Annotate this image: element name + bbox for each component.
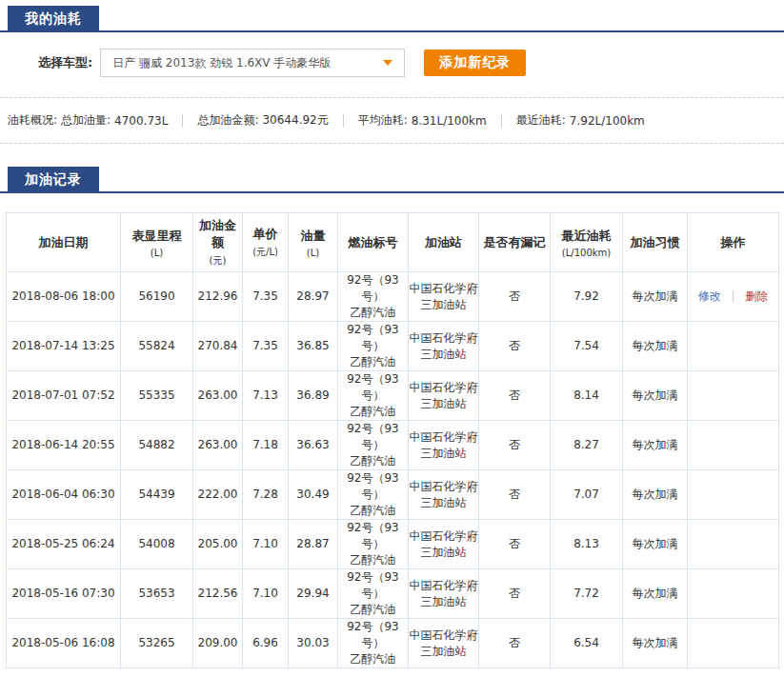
cell-fuel-grade: 92号（93号） 乙醇汽油 <box>338 520 409 569</box>
tab-my-fuel: 我的油耗 <box>8 6 99 30</box>
vehicle-select-row: 选择车型: 日产 骊威 2013款 劲锐 1.6XV 手动豪华版 添加新纪录 <box>38 49 784 77</box>
cell-volume: 36.85 <box>289 322 338 371</box>
delete-link[interactable]: 删除 <box>745 289 768 303</box>
cell-habit: 每次加满 <box>623 619 688 668</box>
cell-actions <box>688 470 779 520</box>
cell-volume: 28.97 <box>289 272 338 322</box>
fuel-grade-line1: 92号（93号） <box>338 520 408 552</box>
station-line2: 三加油站 <box>409 347 478 363</box>
summary-item-label: 总加油量: <box>61 112 111 129</box>
fuel-grade-line2: 乙醇汽油 <box>338 552 408 568</box>
summary-divider <box>182 114 183 128</box>
records-table-head-row: 加油日期 表显里程 (L) 加油金额 (元) 单价 (元/L) 油量 (L) 燃… <box>7 213 779 272</box>
vehicle-model-value: 日产 骊威 2013款 劲锐 1.6XV 手动豪华版 <box>112 55 331 71</box>
edit-link[interactable]: 修改 <box>698 289 721 303</box>
table-row: 2018-06-04 06:30 54439 222.00 7.28 30.49… <box>7 470 779 520</box>
fuel-grade-line2: 乙醇汽油 <box>338 354 408 370</box>
summary-item-value: 30644.92元 <box>262 112 328 129</box>
cell-price: 7.13 <box>243 371 289 421</box>
station-line1: 中国石化学府 <box>409 380 478 396</box>
cell-station: 中国石化学府 三加油站 <box>409 322 479 371</box>
column-header-unit: (元/L) <box>243 246 288 259</box>
cell-missed: 否 <box>479 619 551 668</box>
cell-station: 中国石化学府 三加油站 <box>409 272 479 322</box>
summary-item: 平均油耗: 8.31L/100km <box>329 112 487 129</box>
column-header-title: 油量 <box>301 229 326 243</box>
summary-overview-label: 油耗概况: <box>8 112 57 129</box>
cell-amount: 205.00 <box>193 520 243 569</box>
column-header: 是否有漏记 <box>479 213 551 272</box>
cell-fuel-grade: 92号（93号） 乙醇汽油 <box>338 421 409 470</box>
records-section-bar: 加油记录 <box>0 167 784 193</box>
station-line1: 中国石化学府 <box>409 578 478 594</box>
cell-station: 中国石化学府 三加油站 <box>409 470 479 520</box>
column-header-title: 燃油标号 <box>349 235 398 249</box>
cell-missed: 否 <box>479 371 551 421</box>
column-header-title: 单价 <box>253 227 278 241</box>
cell-fuel-grade: 92号（93号） 乙醇汽油 <box>338 470 409 520</box>
column-header-title: 最近油耗 <box>562 229 612 243</box>
cell-amount: 212.56 <box>193 569 243 619</box>
fuel-grade-line1: 92号（93号） <box>338 371 408 404</box>
cell-consumption: 8.27 <box>551 421 623 470</box>
station-line1: 中国石化学府 <box>409 429 478 446</box>
fuel-grade-line1: 92号（93号） <box>338 470 408 503</box>
fuel-grade-line1: 92号（93号） <box>338 569 408 602</box>
column-header: 加油日期 <box>7 213 121 272</box>
cell-habit: 每次加满 <box>623 421 688 470</box>
cell-station: 中国石化学府 三加油站 <box>409 520 479 569</box>
cell-odometer: 53265 <box>121 619 193 668</box>
cell-consumption: 8.13 <box>551 520 623 569</box>
fuel-grade-line1: 92号（93号） <box>338 421 408 453</box>
cell-actions <box>688 371 779 421</box>
station-line2: 三加油站 <box>409 594 478 610</box>
tab-refuel-records: 加油记录 <box>8 167 99 191</box>
records-table: 加油日期 表显里程 (L) 加油金额 (元) 单价 (元/L) 油量 (L) 燃… <box>6 212 779 668</box>
cell-consumption: 7.72 <box>551 569 623 619</box>
column-header-title: 加油日期 <box>39 235 89 249</box>
cell-actions: 修改 | 删除 <box>688 272 779 322</box>
cell-habit: 每次加满 <box>623 520 688 569</box>
cell-price: 6.96 <box>243 619 289 668</box>
cell-habit: 每次加满 <box>623 322 688 371</box>
summary-item: 最近油耗: 7.92L/100km <box>487 112 645 129</box>
fuel-grade-line2: 乙醇汽油 <box>338 453 408 469</box>
summary-item-value: 8.31L/100km <box>412 114 487 128</box>
summary-item: 总加油量: 4700.73L <box>61 112 168 129</box>
station-line2: 三加油站 <box>409 495 478 511</box>
vehicle-select-label: 选择车型: <box>38 54 92 71</box>
column-header: 燃油标号 <box>338 213 409 272</box>
cell-fuel-grade: 92号（93号） 乙醇汽油 <box>338 569 409 619</box>
column-header-title: 加油金额 <box>199 218 236 249</box>
fuel-grade-line2: 乙醇汽油 <box>338 602 408 618</box>
cell-date: 2018-05-06 16:08 <box>7 619 121 668</box>
column-header-title: 是否有漏记 <box>484 235 546 249</box>
records-table-body: 2018-08-06 18:00 56190 212.96 7.35 28.97… <box>7 272 779 668</box>
column-header-title: 表显里程 <box>132 229 182 243</box>
fuel-grade-line2: 乙醇汽油 <box>338 651 408 667</box>
summary-item: 总加油金额: 30644.92元 <box>168 112 328 129</box>
table-row: 2018-08-06 18:00 56190 212.96 7.35 28.97… <box>7 272 779 322</box>
fuel-grade-line1: 92号（93号） <box>338 619 408 651</box>
cell-price: 7.10 <box>243 520 289 569</box>
cell-actions <box>688 569 779 619</box>
column-header-unit: (L) <box>289 248 337 258</box>
cell-station: 中国石化学府 三加油站 <box>409 371 479 421</box>
fuel-grade-line2: 乙醇汽油 <box>338 305 408 321</box>
cell-missed: 否 <box>479 470 551 520</box>
station-line1: 中国石化学府 <box>409 330 478 347</box>
column-header-title: 加油习惯 <box>631 235 680 249</box>
cell-volume: 36.63 <box>289 421 338 470</box>
vehicle-model-dropdown[interactable]: 日产 骊威 2013款 劲锐 1.6XV 手动豪华版 <box>100 49 405 77</box>
fuel-grade-line2: 乙醇汽油 <box>338 404 408 420</box>
cell-missed: 否 <box>479 322 551 371</box>
cell-actions <box>688 322 779 371</box>
cell-date: 2018-05-16 07:30 <box>7 569 121 619</box>
fuel-grade-line2: 乙醇汽油 <box>338 503 408 519</box>
my-fuel-section-bar: 我的油耗 <box>0 6 784 32</box>
station-line2: 三加油站 <box>409 396 478 412</box>
station-line1: 中国石化学府 <box>409 281 478 297</box>
cell-odometer: 56190 <box>121 272 193 322</box>
add-record-button[interactable]: 添加新纪录 <box>424 50 526 76</box>
station-line1: 中国石化学府 <box>409 528 478 545</box>
